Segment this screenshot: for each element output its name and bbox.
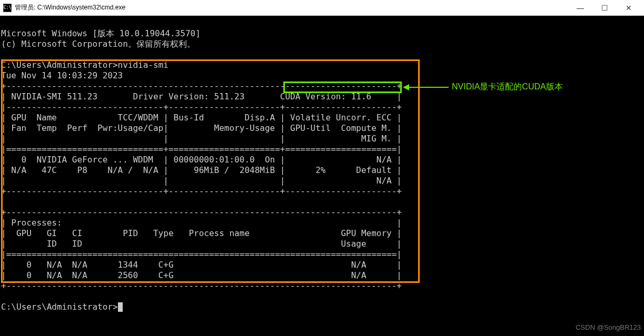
copyright-line: (c) Microsoft Corporation。保留所有权利。	[1, 39, 195, 49]
cmd-icon: C:\	[3, 4, 12, 12]
maximize-button[interactable]: ☐	[592, 0, 617, 16]
table-border: +-------------------------------+-------…	[1, 186, 402, 196]
watermark-text: CSDN @SongBR123	[576, 322, 641, 333]
processes-columns: | ID ID Usage |	[1, 239, 402, 249]
gpu-data-row: | | | N/A |	[1, 176, 402, 186]
table-border: +---------------------------------------…	[1, 281, 402, 291]
column-header: | Fan Temp Perf Pwr:Usage/Cap| Memory-Us…	[1, 123, 402, 133]
annotation-text: NVIDIA显卡适配的CUDA版本	[452, 82, 563, 92]
arrow-line	[409, 87, 449, 88]
window-controls: — ☐ ✕	[568, 0, 641, 16]
text-cursor	[118, 302, 123, 312]
window-titlebar: C:\ 管理员: C:\Windows\system32\cmd.exe — ☐…	[0, 0, 644, 16]
column-header: | GPU Name TCC/WDDM | Bus-Id Disp.A | Vo…	[1, 113, 402, 123]
processes-columns: | GPU GI CI PID Type Process name GPU Me…	[1, 228, 402, 238]
minimize-button[interactable]: —	[568, 0, 592, 16]
table-separator: |-------------------------------+-------…	[1, 102, 402, 112]
process-row: | 0 N/A N/A 1344 C+G N/A |	[1, 260, 402, 270]
prompt: C:\Users\Administrator>	[1, 302, 118, 312]
os-version-line: Microsoft Windows [版本 10.0.19044.3570]	[1, 28, 201, 38]
window-title: 管理员: C:\Windows\system32\cmd.exe	[15, 3, 125, 12]
column-header: | | | MIG M. |	[1, 134, 402, 144]
table-border: +---------------------------------------…	[1, 207, 402, 217]
prompt-command: C:\Users\Administrator>nvidia-smi	[1, 60, 169, 70]
close-button[interactable]: ✕	[617, 0, 641, 16]
gpu-data-row: | N/A 47C P8 N/A / N/A | 96MiB / 2048MiB…	[1, 165, 402, 175]
nvidia-smi-date: Tue Nov 14 10:03:29 2023	[1, 70, 123, 80]
blank-line	[1, 197, 402, 207]
processes-header: | Processes: |	[1, 218, 402, 228]
table-border: +---------------------------------------…	[1, 81, 402, 91]
nvidia-smi-header: | NVIDIA-SMI 511.23 Driver Version: 511.…	[1, 91, 402, 101]
process-row: | 0 N/A N/A 2560 C+G N/A |	[1, 270, 402, 280]
table-separator: |===============================+=======…	[1, 144, 402, 154]
table-separator: |=======================================…	[1, 249, 402, 259]
arrow-icon	[403, 84, 409, 90]
terminal-output[interactable]: Microsoft Windows [版本 10.0.19044.3570] (…	[0, 16, 644, 336]
gpu-data-row: | 0 NVIDIA GeForce ... WDDM | 00000000:0…	[1, 155, 402, 165]
